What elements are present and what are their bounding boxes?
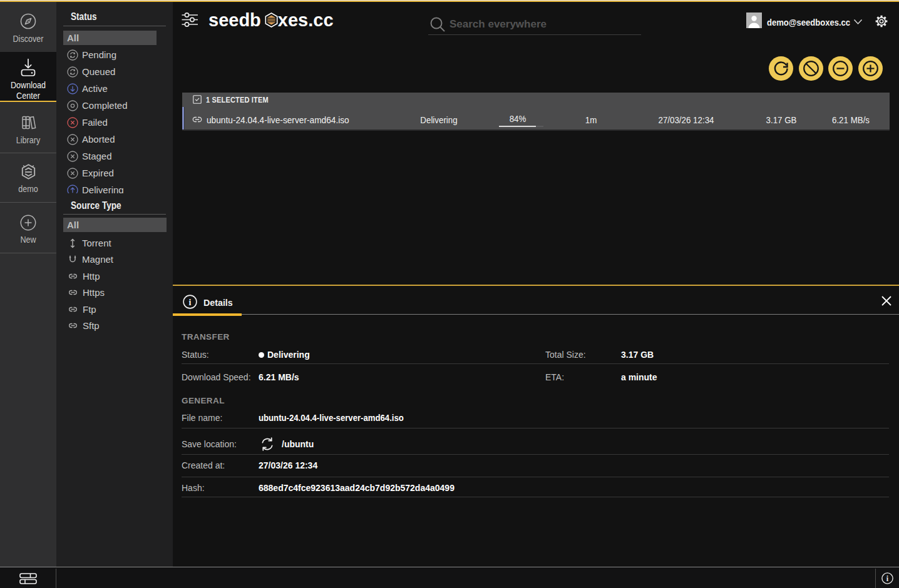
- svg-text:i: i: [886, 574, 889, 583]
- svg-text:i: i: [189, 298, 192, 307]
